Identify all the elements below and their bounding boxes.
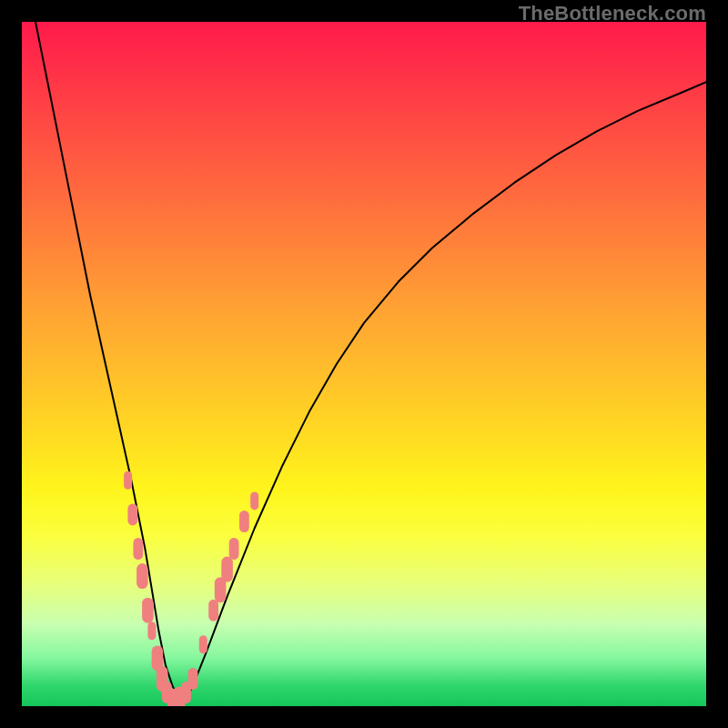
- marker-point: [133, 538, 143, 560]
- marker-point: [181, 682, 191, 703]
- watermark-text: TheBottleneck.com: [519, 2, 706, 25]
- marker-point: [142, 598, 154, 623]
- marker-group: [124, 471, 258, 706]
- marker-point: [208, 600, 218, 622]
- marker-point: [127, 503, 137, 525]
- marker-point: [157, 666, 168, 692]
- marker-point: [239, 511, 249, 532]
- marker-point: [124, 471, 132, 490]
- chart-overlay-svg: [22, 22, 706, 706]
- marker-point: [215, 577, 227, 602]
- marker-point: [167, 689, 177, 707]
- marker-point: [162, 682, 172, 703]
- marker-point: [188, 668, 198, 690]
- bottleneck-curve: [35, 22, 706, 700]
- marker-point: [250, 491, 258, 510]
- marker-point: [199, 635, 207, 653]
- marker-point: [147, 622, 156, 640]
- marker-point: [174, 687, 186, 707]
- marker-point: [152, 645, 164, 671]
- marker-point: [136, 563, 148, 589]
- marker-point: [229, 538, 239, 560]
- plot-area: [22, 22, 706, 706]
- marker-point: [221, 557, 233, 582]
- outer-frame: TheBottleneck.com: [0, 0, 728, 728]
